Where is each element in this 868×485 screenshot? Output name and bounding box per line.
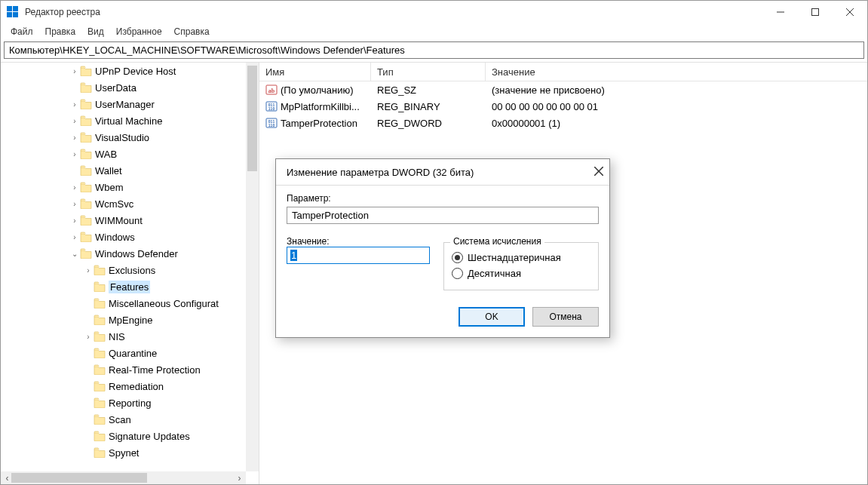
menubar: Файл Правка Вид Избранное Справка bbox=[1, 23, 867, 41]
folder-icon bbox=[94, 447, 106, 458]
tree-caret-icon[interactable]: › bbox=[83, 333, 94, 341]
tree-node[interactable]: ›UPnP Device Host bbox=[1, 63, 246, 79]
radio-hex-row[interactable]: Шестнадцатеричная bbox=[452, 252, 590, 263]
ok-button[interactable]: OK bbox=[459, 307, 525, 327]
tree-node[interactable]: ›Wbem bbox=[1, 179, 246, 195]
tree-caret-icon[interactable]: › bbox=[83, 266, 94, 275]
tree-node-label: NIS bbox=[109, 331, 125, 342]
tree-node-label: Wallet bbox=[95, 165, 122, 177]
folder-icon bbox=[94, 315, 106, 325]
tree-node[interactable]: ›WIMMount bbox=[1, 212, 246, 229]
tree-node-label: Spynet bbox=[109, 447, 139, 459]
column-type[interactable]: Тип bbox=[371, 63, 486, 81]
tree-node[interactable]: Signature Updates bbox=[1, 428, 246, 444]
tree-node[interactable]: Spynet bbox=[1, 444, 246, 461]
param-label: Параметр: bbox=[287, 193, 599, 204]
radio-hex[interactable] bbox=[452, 252, 463, 263]
tree-caret-icon[interactable]: › bbox=[69, 117, 80, 125]
tree-node-label: Miscellaneous Configurat bbox=[109, 298, 219, 309]
tree-node[interactable]: MpEngine bbox=[1, 312, 246, 328]
menu-view[interactable]: Вид bbox=[82, 25, 109, 38]
tree-node[interactable]: Wallet bbox=[1, 162, 246, 179]
tree-node[interactable]: ›VisualStudio bbox=[1, 129, 246, 146]
tree-node-label: Quarantine bbox=[109, 348, 157, 359]
tree-horizontal-scrollbar[interactable]: ‹ › bbox=[1, 471, 246, 484]
tree-node[interactable]: Scan bbox=[1, 411, 246, 428]
tree-node[interactable]: Real-Time Protection bbox=[1, 361, 246, 378]
folder-icon bbox=[80, 149, 92, 159]
tree-caret-icon[interactable]: › bbox=[69, 200, 80, 208]
value-name: (По умолчанию) bbox=[281, 84, 354, 96]
tree-caret-icon[interactable]: › bbox=[69, 67, 80, 75]
tree-node[interactable]: Features bbox=[1, 278, 246, 295]
tree-node[interactable]: Remediation bbox=[1, 378, 246, 394]
tree-node[interactable]: ›Windows bbox=[1, 229, 246, 245]
radio-hex-label: Шестнадцатеричная bbox=[468, 252, 561, 263]
value-input[interactable]: 1 bbox=[287, 247, 430, 264]
folder-icon bbox=[94, 348, 106, 358]
tree-caret-icon[interactable]: › bbox=[69, 150, 80, 158]
tree-node[interactable]: ›NIS bbox=[1, 328, 246, 345]
value-row[interactable]: ab(По умолчанию)REG_SZ(значение не присв… bbox=[259, 81, 867, 98]
tree-caret-icon[interactable]: › bbox=[69, 100, 80, 109]
tree-caret-icon[interactable]: ⌄ bbox=[69, 250, 80, 258]
tree-node[interactable]: Miscellaneous Configurat bbox=[1, 295, 246, 312]
svg-rect-1 bbox=[812, 9, 819, 16]
tree-caret-icon[interactable]: › bbox=[69, 134, 80, 142]
address-bar[interactable]: Компьютер\HKEY_LOCAL_MACHINE\SOFTWARE\Mi… bbox=[4, 41, 864, 59]
radio-dec-row[interactable]: Десятичная bbox=[452, 268, 590, 279]
column-value[interactable]: Значение bbox=[486, 63, 867, 81]
dialog-close-button[interactable] bbox=[594, 167, 603, 178]
column-name[interactable]: Имя bbox=[259, 63, 371, 81]
value-row[interactable]: 011110TamperProtectionREG_DWORD0x0000000… bbox=[259, 115, 867, 131]
tree-node-label: Scan bbox=[109, 414, 131, 425]
tree-node[interactable]: ⌄Windows Defender bbox=[1, 245, 246, 262]
tree-node[interactable]: Reporting bbox=[1, 394, 246, 411]
menu-edit[interactable]: Правка bbox=[40, 25, 81, 38]
tree-node[interactable]: ›UserManager bbox=[1, 96, 246, 112]
svg-text:110: 110 bbox=[268, 123, 275, 127]
tree-node-label: Signature Updates bbox=[109, 431, 190, 442]
tree-node-label: UserData bbox=[95, 82, 136, 94]
menu-favorites[interactable]: Избранное bbox=[111, 25, 167, 38]
value-row[interactable]: 011110MpPlatformKillbi...REG_BINARY00 00… bbox=[259, 98, 867, 115]
tree-node[interactable]: ›WAB bbox=[1, 146, 246, 162]
tree-node[interactable]: Quarantine bbox=[1, 345, 246, 361]
folder-icon bbox=[94, 414, 106, 425]
minimize-button[interactable] bbox=[763, 1, 798, 23]
folder-icon bbox=[94, 431, 106, 441]
tree-node[interactable]: ›Virtual Machine bbox=[1, 112, 246, 129]
tree-caret-icon[interactable]: › bbox=[69, 216, 80, 225]
tree-node[interactable]: ›Exclusions bbox=[1, 262, 246, 278]
values-list[interactable]: ab(По умолчанию)REG_SZ(значение не присв… bbox=[259, 81, 867, 131]
value-name: TamperProtection bbox=[281, 118, 357, 129]
tree-node-label: Exclusions bbox=[109, 265, 155, 276]
tree-caret-icon[interactable]: › bbox=[69, 183, 80, 192]
folder-icon bbox=[94, 364, 106, 375]
tree-caret-icon[interactable]: › bbox=[69, 233, 80, 241]
string-value-icon: ab bbox=[265, 84, 278, 96]
scroll-right-arrow-icon[interactable]: › bbox=[233, 471, 246, 484]
cancel-button[interactable]: Отмена bbox=[532, 307, 599, 327]
binary-value-icon: 011110 bbox=[265, 100, 278, 112]
tree-node[interactable]: ›WcmSvc bbox=[1, 195, 246, 212]
radio-dec[interactable] bbox=[452, 268, 463, 279]
app-icon bbox=[7, 6, 19, 18]
dialog-title-text: Изменение параметра DWORD (32 бита) bbox=[287, 167, 594, 178]
tree-node[interactable]: UserData bbox=[1, 79, 246, 96]
maximize-button[interactable] bbox=[798, 1, 833, 23]
menu-help[interactable]: Справка bbox=[169, 25, 215, 38]
tree-node-label: VisualStudio bbox=[95, 132, 149, 143]
registry-tree[interactable]: ›UPnP Device HostUserData›UserManager›Vi… bbox=[1, 63, 246, 471]
tree-vertical-scroll-thumb[interactable] bbox=[247, 66, 257, 171]
window-controls bbox=[763, 1, 867, 23]
folder-icon bbox=[94, 381, 106, 391]
close-button[interactable] bbox=[833, 1, 867, 23]
tree-vertical-scrollbar[interactable] bbox=[246, 63, 259, 471]
dialog-body: Параметр: TamperProtection Значение: 1 С… bbox=[276, 186, 609, 337]
tree-node-label: UPnP Device Host bbox=[95, 66, 176, 77]
menu-file[interactable]: Файл bbox=[5, 25, 38, 38]
tree-horizontal-scroll-thumb[interactable] bbox=[11, 473, 147, 483]
tree-node-label: Windows Defender bbox=[95, 248, 178, 259]
folder-icon bbox=[80, 182, 92, 192]
